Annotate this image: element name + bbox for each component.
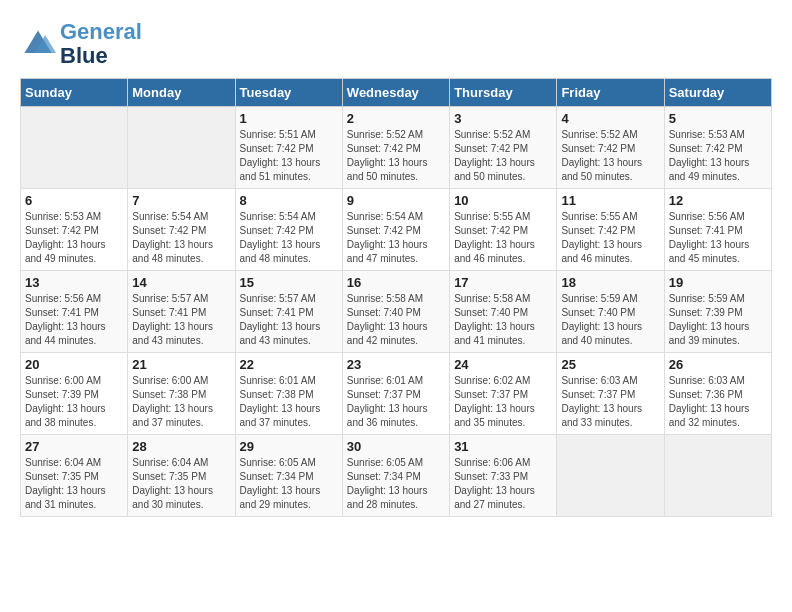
calendar-cell: 13Sunrise: 5:56 AM Sunset: 7:41 PM Dayli… bbox=[21, 271, 128, 353]
day-number: 2 bbox=[347, 111, 445, 126]
day-info: Sunrise: 6:05 AM Sunset: 7:34 PM Dayligh… bbox=[240, 456, 338, 512]
calendar-cell: 6Sunrise: 5:53 AM Sunset: 7:42 PM Daylig… bbox=[21, 189, 128, 271]
day-info: Sunrise: 5:57 AM Sunset: 7:41 PM Dayligh… bbox=[132, 292, 230, 348]
calendar-cell: 14Sunrise: 5:57 AM Sunset: 7:41 PM Dayli… bbox=[128, 271, 235, 353]
day-number: 30 bbox=[347, 439, 445, 454]
logo-text: General Blue bbox=[60, 20, 142, 68]
day-number: 3 bbox=[454, 111, 552, 126]
day-number: 9 bbox=[347, 193, 445, 208]
calendar-cell: 5Sunrise: 5:53 AM Sunset: 7:42 PM Daylig… bbox=[664, 107, 771, 189]
day-info: Sunrise: 6:01 AM Sunset: 7:37 PM Dayligh… bbox=[347, 374, 445, 430]
calendar-cell: 17Sunrise: 5:58 AM Sunset: 7:40 PM Dayli… bbox=[450, 271, 557, 353]
day-number: 28 bbox=[132, 439, 230, 454]
calendar-cell: 10Sunrise: 5:55 AM Sunset: 7:42 PM Dayli… bbox=[450, 189, 557, 271]
calendar-cell: 8Sunrise: 5:54 AM Sunset: 7:42 PM Daylig… bbox=[235, 189, 342, 271]
calendar-cell: 9Sunrise: 5:54 AM Sunset: 7:42 PM Daylig… bbox=[342, 189, 449, 271]
calendar-cell: 31Sunrise: 6:06 AM Sunset: 7:33 PM Dayli… bbox=[450, 435, 557, 517]
day-number: 23 bbox=[347, 357, 445, 372]
day-number: 10 bbox=[454, 193, 552, 208]
day-info: Sunrise: 6:01 AM Sunset: 7:38 PM Dayligh… bbox=[240, 374, 338, 430]
calendar-cell: 23Sunrise: 6:01 AM Sunset: 7:37 PM Dayli… bbox=[342, 353, 449, 435]
day-info: Sunrise: 5:54 AM Sunset: 7:42 PM Dayligh… bbox=[132, 210, 230, 266]
header-wednesday: Wednesday bbox=[342, 79, 449, 107]
day-number: 7 bbox=[132, 193, 230, 208]
page-header: General Blue bbox=[20, 20, 772, 68]
day-number: 17 bbox=[454, 275, 552, 290]
day-number: 16 bbox=[347, 275, 445, 290]
day-number: 20 bbox=[25, 357, 123, 372]
day-info: Sunrise: 5:59 AM Sunset: 7:39 PM Dayligh… bbox=[669, 292, 767, 348]
day-info: Sunrise: 5:51 AM Sunset: 7:42 PM Dayligh… bbox=[240, 128, 338, 184]
day-info: Sunrise: 5:55 AM Sunset: 7:42 PM Dayligh… bbox=[561, 210, 659, 266]
header-thursday: Thursday bbox=[450, 79, 557, 107]
calendar-cell: 12Sunrise: 5:56 AM Sunset: 7:41 PM Dayli… bbox=[664, 189, 771, 271]
day-number: 4 bbox=[561, 111, 659, 126]
day-number: 15 bbox=[240, 275, 338, 290]
calendar-cell bbox=[21, 107, 128, 189]
calendar-cell: 19Sunrise: 5:59 AM Sunset: 7:39 PM Dayli… bbox=[664, 271, 771, 353]
calendar-week-2: 6Sunrise: 5:53 AM Sunset: 7:42 PM Daylig… bbox=[21, 189, 772, 271]
day-number: 19 bbox=[669, 275, 767, 290]
day-info: Sunrise: 5:56 AM Sunset: 7:41 PM Dayligh… bbox=[25, 292, 123, 348]
day-info: Sunrise: 6:00 AM Sunset: 7:38 PM Dayligh… bbox=[132, 374, 230, 430]
day-number: 13 bbox=[25, 275, 123, 290]
day-info: Sunrise: 6:02 AM Sunset: 7:37 PM Dayligh… bbox=[454, 374, 552, 430]
day-info: Sunrise: 5:52 AM Sunset: 7:42 PM Dayligh… bbox=[561, 128, 659, 184]
day-info: Sunrise: 6:00 AM Sunset: 7:39 PM Dayligh… bbox=[25, 374, 123, 430]
calendar-cell: 30Sunrise: 6:05 AM Sunset: 7:34 PM Dayli… bbox=[342, 435, 449, 517]
day-info: Sunrise: 5:58 AM Sunset: 7:40 PM Dayligh… bbox=[454, 292, 552, 348]
calendar-week-3: 13Sunrise: 5:56 AM Sunset: 7:41 PM Dayli… bbox=[21, 271, 772, 353]
header-monday: Monday bbox=[128, 79, 235, 107]
day-number: 6 bbox=[25, 193, 123, 208]
calendar-cell: 1Sunrise: 5:51 AM Sunset: 7:42 PM Daylig… bbox=[235, 107, 342, 189]
day-info: Sunrise: 5:52 AM Sunset: 7:42 PM Dayligh… bbox=[347, 128, 445, 184]
logo-icon bbox=[20, 26, 56, 62]
calendar-cell bbox=[664, 435, 771, 517]
day-info: Sunrise: 5:55 AM Sunset: 7:42 PM Dayligh… bbox=[454, 210, 552, 266]
day-number: 27 bbox=[25, 439, 123, 454]
calendar-week-1: 1Sunrise: 5:51 AM Sunset: 7:42 PM Daylig… bbox=[21, 107, 772, 189]
day-number: 8 bbox=[240, 193, 338, 208]
day-info: Sunrise: 5:56 AM Sunset: 7:41 PM Dayligh… bbox=[669, 210, 767, 266]
header-sunday: Sunday bbox=[21, 79, 128, 107]
day-info: Sunrise: 5:53 AM Sunset: 7:42 PM Dayligh… bbox=[669, 128, 767, 184]
calendar-cell: 29Sunrise: 6:05 AM Sunset: 7:34 PM Dayli… bbox=[235, 435, 342, 517]
calendar-cell: 24Sunrise: 6:02 AM Sunset: 7:37 PM Dayli… bbox=[450, 353, 557, 435]
calendar-cell: 16Sunrise: 5:58 AM Sunset: 7:40 PM Dayli… bbox=[342, 271, 449, 353]
header-tuesday: Tuesday bbox=[235, 79, 342, 107]
day-number: 1 bbox=[240, 111, 338, 126]
day-number: 11 bbox=[561, 193, 659, 208]
day-info: Sunrise: 6:05 AM Sunset: 7:34 PM Dayligh… bbox=[347, 456, 445, 512]
day-number: 24 bbox=[454, 357, 552, 372]
day-info: Sunrise: 6:03 AM Sunset: 7:36 PM Dayligh… bbox=[669, 374, 767, 430]
calendar-cell: 11Sunrise: 5:55 AM Sunset: 7:42 PM Dayli… bbox=[557, 189, 664, 271]
day-info: Sunrise: 6:06 AM Sunset: 7:33 PM Dayligh… bbox=[454, 456, 552, 512]
calendar-cell: 27Sunrise: 6:04 AM Sunset: 7:35 PM Dayli… bbox=[21, 435, 128, 517]
day-number: 21 bbox=[132, 357, 230, 372]
day-number: 12 bbox=[669, 193, 767, 208]
day-info: Sunrise: 5:52 AM Sunset: 7:42 PM Dayligh… bbox=[454, 128, 552, 184]
calendar-week-5: 27Sunrise: 6:04 AM Sunset: 7:35 PM Dayli… bbox=[21, 435, 772, 517]
calendar-cell: 22Sunrise: 6:01 AM Sunset: 7:38 PM Dayli… bbox=[235, 353, 342, 435]
calendar-cell: 26Sunrise: 6:03 AM Sunset: 7:36 PM Dayli… bbox=[664, 353, 771, 435]
calendar-cell: 20Sunrise: 6:00 AM Sunset: 7:39 PM Dayli… bbox=[21, 353, 128, 435]
day-number: 25 bbox=[561, 357, 659, 372]
calendar-table: SundayMondayTuesdayWednesdayThursdayFrid… bbox=[20, 78, 772, 517]
day-info: Sunrise: 5:58 AM Sunset: 7:40 PM Dayligh… bbox=[347, 292, 445, 348]
day-info: Sunrise: 6:04 AM Sunset: 7:35 PM Dayligh… bbox=[132, 456, 230, 512]
calendar-cell: 2Sunrise: 5:52 AM Sunset: 7:42 PM Daylig… bbox=[342, 107, 449, 189]
day-info: Sunrise: 5:59 AM Sunset: 7:40 PM Dayligh… bbox=[561, 292, 659, 348]
calendar-week-4: 20Sunrise: 6:00 AM Sunset: 7:39 PM Dayli… bbox=[21, 353, 772, 435]
calendar-cell: 4Sunrise: 5:52 AM Sunset: 7:42 PM Daylig… bbox=[557, 107, 664, 189]
calendar-cell: 28Sunrise: 6:04 AM Sunset: 7:35 PM Dayli… bbox=[128, 435, 235, 517]
calendar-cell bbox=[128, 107, 235, 189]
logo: General Blue bbox=[20, 20, 142, 68]
calendar-cell: 3Sunrise: 5:52 AM Sunset: 7:42 PM Daylig… bbox=[450, 107, 557, 189]
day-number: 31 bbox=[454, 439, 552, 454]
day-number: 26 bbox=[669, 357, 767, 372]
calendar-cell: 18Sunrise: 5:59 AM Sunset: 7:40 PM Dayli… bbox=[557, 271, 664, 353]
day-info: Sunrise: 5:53 AM Sunset: 7:42 PM Dayligh… bbox=[25, 210, 123, 266]
day-info: Sunrise: 6:03 AM Sunset: 7:37 PM Dayligh… bbox=[561, 374, 659, 430]
calendar-cell: 21Sunrise: 6:00 AM Sunset: 7:38 PM Dayli… bbox=[128, 353, 235, 435]
calendar-cell: 15Sunrise: 5:57 AM Sunset: 7:41 PM Dayli… bbox=[235, 271, 342, 353]
